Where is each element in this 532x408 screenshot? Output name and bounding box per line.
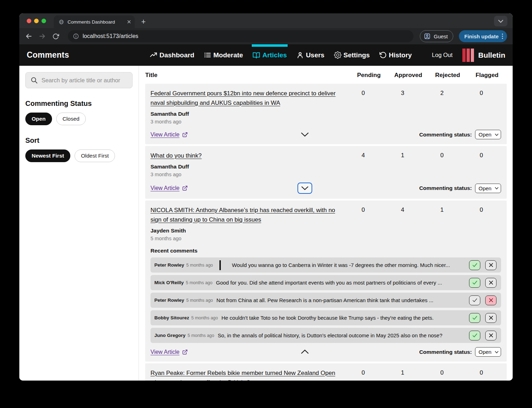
article-card: Federal Government pours $12bn into new … (145, 84, 507, 144)
commenting-status-label: Commenting status: (419, 132, 472, 138)
approve-comment-button[interactable] (469, 260, 480, 270)
article-title-link[interactable]: Ryan Peake: Former Rebels bikie member t… (150, 368, 339, 381)
reject-comment-button[interactable] (485, 331, 496, 340)
commenting-status-filter: Open Closed (25, 113, 133, 125)
finish-update-button[interactable]: Finish update (459, 30, 507, 42)
collapse-article-button[interactable] (298, 348, 312, 356)
article-card-expanded: NICOLA SMITH: Anthony Albanese’s trip ha… (145, 200, 507, 362)
filter-open-button[interactable]: Open (25, 113, 52, 125)
nav-item-articles[interactable]: Articles (252, 44, 287, 66)
nav-item-moderate[interactable]: Moderate (204, 44, 243, 66)
article-title-link[interactable]: What do you think? (150, 151, 339, 160)
reject-comment-button[interactable] (485, 278, 496, 288)
logout-button[interactable]: Log Out (432, 52, 453, 58)
zoom-window-button[interactable] (41, 19, 46, 23)
article-title-link[interactable]: NICOLA SMITH: Anthony Albanese’s trip ha… (150, 205, 339, 224)
guest-profile-button[interactable]: Guest (420, 30, 453, 42)
url-bar[interactable]: localhost:5173/articles (68, 30, 414, 42)
reject-comment-button[interactable] (485, 295, 496, 305)
view-article-link[interactable]: View Article (150, 349, 179, 355)
commenting-status-label: Commenting status: (419, 349, 472, 355)
approved-count: 3 (383, 89, 422, 97)
commenting-status-heading: Commenting Status (25, 100, 133, 108)
nav-item-dashboard[interactable]: Dashboard (150, 44, 194, 66)
minimize-window-button[interactable] (34, 19, 39, 23)
pending-count: 0 (344, 205, 383, 213)
sort-newest-button[interactable]: Newest First (25, 149, 70, 162)
close-window-button[interactable] (27, 19, 31, 23)
pending-count: 0 (344, 368, 383, 376)
guest-label: Guest (434, 33, 448, 39)
finish-update-label: Finish update (464, 33, 499, 39)
nav-right: Log Out Bulletin (432, 49, 505, 62)
article-age: 5 months ago (150, 236, 501, 241)
nav-item-history[interactable]: History (379, 44, 412, 66)
approve-comment-button[interactable] (469, 295, 480, 305)
tab-title: Comments Dashboard (68, 19, 123, 25)
sort-oldest-button[interactable]: Oldest First (75, 149, 115, 162)
search-box[interactable] (25, 72, 133, 88)
comment-author: Bobby Sitourez (154, 315, 189, 320)
site-info-icon[interactable] (73, 33, 79, 39)
external-link-icon (182, 349, 188, 355)
nav-label: Dashboard (159, 51, 194, 59)
article-author: Jayden Smith (150, 228, 501, 234)
book-open-icon (252, 51, 260, 59)
back-icon[interactable] (25, 32, 33, 40)
history-icon (379, 51, 387, 59)
commenting-status-select[interactable]: Open (475, 130, 501, 139)
reject-comment-button[interactable] (485, 313, 496, 323)
view-article-link[interactable]: View Article (150, 132, 179, 138)
sort-filter: Newest First Oldest First (25, 149, 133, 162)
kebab-menu-icon (502, 33, 503, 39)
nav-label: History (389, 51, 412, 59)
expand-article-button-focused[interactable] (297, 183, 312, 194)
filter-closed-button[interactable]: Closed (56, 113, 86, 125)
nav-label: Settings (344, 51, 370, 59)
forward-icon[interactable] (38, 32, 46, 40)
browser-menu-chevron-button[interactable] (494, 16, 507, 26)
reject-comment-button[interactable] (485, 260, 496, 270)
profile-icon (424, 33, 431, 40)
comment-age: 5 months ago (191, 315, 218, 320)
gear-icon (334, 51, 341, 59)
nav-item-settings[interactable]: Settings (334, 44, 370, 66)
new-tab-button[interactable]: + (137, 15, 149, 28)
article-title-link[interactable]: Federal Government pours $12bn into new … (150, 89, 339, 108)
list-icon (204, 51, 211, 59)
approved-count: 4 (383, 205, 422, 213)
comment-age: 5 months ago (186, 263, 213, 268)
comment-author: Peter Rowley (154, 298, 184, 303)
view-article-link[interactable]: View Article (150, 185, 179, 191)
search-input[interactable] (41, 77, 128, 84)
approve-comment-button[interactable] (469, 278, 480, 288)
browser-toolbar: localhost:5173/articles Guest Finish upd… (19, 28, 513, 44)
bulletin-logo-bars-icon (462, 49, 474, 62)
bulletin-logo-text: Bulletin (478, 51, 505, 59)
expand-article-button[interactable] (298, 130, 312, 139)
article-card: Ryan Peake: Former Rebels bikie member t… (145, 363, 507, 381)
column-flagged: Flagged (467, 72, 507, 79)
close-tab-icon[interactable] (127, 20, 131, 24)
column-pending: Pending (349, 72, 389, 79)
approve-comment-button[interactable] (469, 313, 480, 323)
rejected-count: 1 (422, 205, 462, 213)
window-controls (19, 13, 54, 28)
article-card: What do you think? 4 1 0 0 Samantha Duff… (145, 146, 507, 199)
rejected-count: 2 (422, 89, 462, 97)
browser-tab[interactable]: Comments Dashboard (54, 15, 135, 28)
app-title: Comments (27, 50, 69, 60)
commenting-status-select[interactable]: Open (475, 347, 501, 357)
articles-list: Title Pending Approved Rejected Flagged … (139, 66, 513, 381)
nav-items: Dashboard Moderate Articles Users Settin… (150, 44, 412, 66)
url-text: localhost:5173/articles (83, 33, 138, 39)
chevron-up-icon (301, 350, 309, 354)
nav-item-users[interactable]: Users (296, 44, 325, 66)
browser-tabstrip: Comments Dashboard + (19, 13, 513, 28)
comment-age: 5 months ago (186, 298, 213, 303)
commenting-status-label: Commenting status: (419, 185, 472, 191)
reload-icon[interactable] (52, 32, 59, 40)
text-cursor (219, 260, 221, 270)
approve-comment-button[interactable] (469, 331, 480, 340)
commenting-status-select[interactable]: Open (475, 184, 501, 193)
